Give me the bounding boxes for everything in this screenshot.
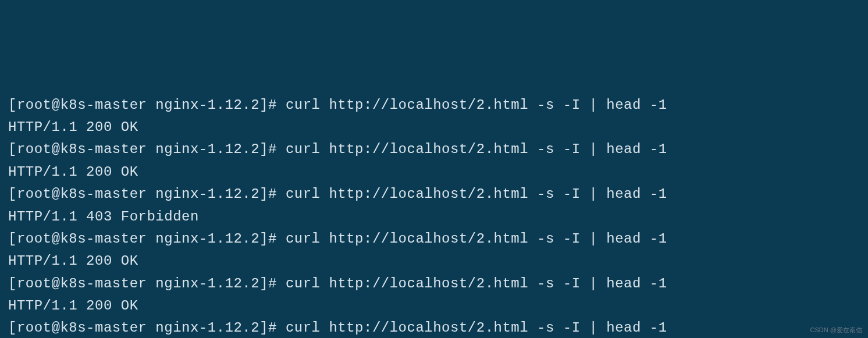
terminal-line: [root@k8s-master nginx-1.12.2]# curl htt…	[8, 183, 860, 205]
terminal-line: HTTP/1.1 403 Forbidden	[8, 206, 860, 228]
shell-command: curl http://localhost/2.html -s -I | hea…	[286, 320, 667, 336]
shell-prompt: [root@k8s-master nginx-1.12.2]#	[8, 320, 286, 336]
shell-command: curl http://localhost/2.html -s -I | hea…	[286, 276, 667, 291]
terminal-line: HTTP/1.1 200 OK	[8, 116, 860, 138]
terminal-line: HTTP/1.1 200 OK	[8, 161, 860, 183]
terminal-line: [root@k8s-master nginx-1.12.2]# curl htt…	[8, 317, 860, 338]
terminal-output[interactable]: [root@k8s-master nginx-1.12.2]# curl htt…	[8, 94, 860, 338]
shell-prompt: [root@k8s-master nginx-1.12.2]#	[8, 186, 286, 202]
terminal-line: [root@k8s-master nginx-1.12.2]# curl htt…	[8, 94, 860, 116]
shell-prompt: [root@k8s-master nginx-1.12.2]#	[8, 141, 286, 157]
shell-command: curl http://localhost/2.html -s -I | hea…	[286, 231, 667, 247]
shell-command: curl http://localhost/2.html -s -I | hea…	[286, 186, 667, 202]
shell-prompt: [root@k8s-master nginx-1.12.2]#	[8, 276, 286, 291]
terminal-line: [root@k8s-master nginx-1.12.2]# curl htt…	[8, 138, 860, 161]
shell-prompt: [root@k8s-master nginx-1.12.2]#	[8, 231, 286, 247]
terminal-line: [root@k8s-master nginx-1.12.2]# curl htt…	[8, 228, 860, 250]
shell-command: curl http://localhost/2.html -s -I | hea…	[286, 141, 667, 157]
terminal-line: HTTP/1.1 200 OK	[8, 295, 860, 317]
shell-command: curl http://localhost/2.html -s -I | hea…	[286, 97, 667, 113]
shell-prompt: [root@k8s-master nginx-1.12.2]#	[8, 97, 286, 113]
terminal-line: HTTP/1.1 200 OK	[8, 250, 860, 272]
terminal-line: [root@k8s-master nginx-1.12.2]# curl htt…	[8, 273, 860, 295]
watermark-text: CSDN @爱在南信	[810, 325, 862, 336]
